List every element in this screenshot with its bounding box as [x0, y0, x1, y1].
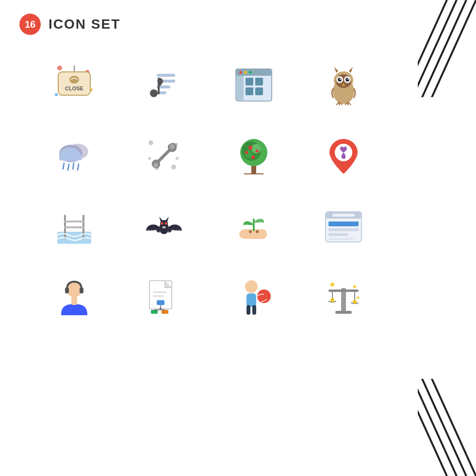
svg-point-88 — [164, 222, 167, 225]
svg-point-72 — [248, 146, 252, 150]
icon-swimming-pool — [29, 191, 119, 262]
svg-rect-98 — [328, 228, 359, 231]
svg-rect-27 — [246, 78, 253, 85]
svg-rect-90 — [164, 226, 165, 228]
svg-point-11 — [55, 93, 58, 96]
icon-rain-cloud — [29, 120, 119, 191]
svg-rect-91 — [253, 219, 255, 231]
icon-web-layout — [298, 191, 388, 262]
icon-justice-scale — [298, 262, 388, 333]
svg-point-73 — [256, 150, 259, 153]
svg-rect-113 — [162, 310, 168, 314]
svg-rect-117 — [246, 293, 256, 307]
svg-rect-97 — [328, 221, 359, 226]
svg-point-25 — [249, 71, 252, 74]
icon-bat — [119, 191, 209, 262]
svg-point-65 — [153, 163, 158, 168]
svg-point-116 — [245, 280, 258, 293]
svg-point-62 — [171, 165, 176, 170]
header: 16 ICON SET — [0, 0, 476, 45]
svg-rect-100 — [328, 238, 354, 240]
svg-rect-112 — [151, 310, 158, 314]
svg-rect-89 — [163, 226, 164, 228]
svg-rect-126 — [328, 289, 359, 292]
decoration-top-right — [418, 0, 476, 97]
svg-rect-107 — [153, 291, 166, 293]
svg-point-38 — [338, 78, 342, 82]
svg-point-74 — [251, 156, 255, 159]
svg-rect-99 — [328, 233, 348, 236]
svg-rect-96 — [332, 214, 355, 217]
svg-rect-82 — [64, 226, 84, 228]
icon-browser-grid — [209, 50, 298, 120]
svg-rect-102 — [65, 288, 69, 293]
icon-person-ball — [209, 262, 298, 333]
svg-rect-109 — [157, 300, 164, 305]
svg-rect-108 — [153, 295, 164, 297]
svg-line-55 — [63, 163, 64, 169]
svg-marker-86 — [165, 217, 169, 221]
svg-point-123 — [357, 296, 360, 299]
svg-point-129 — [330, 298, 334, 302]
svg-point-64 — [176, 157, 179, 160]
svg-marker-85 — [159, 217, 163, 221]
svg-point-63 — [148, 157, 151, 160]
svg-rect-81 — [64, 221, 84, 222]
svg-point-75 — [245, 151, 248, 154]
svg-rect-20 — [158, 78, 160, 94]
svg-rect-54 — [59, 156, 82, 160]
svg-rect-28 — [255, 78, 263, 85]
svg-rect-125 — [335, 311, 352, 314]
icon-headphones-person — [29, 262, 119, 333]
svg-rect-118 — [246, 305, 250, 315]
svg-point-121 — [330, 283, 334, 287]
icon-close-sign: CLOSE — [29, 50, 119, 120]
icon-tree — [209, 120, 298, 191]
svg-line-58 — [78, 164, 79, 170]
svg-rect-29 — [246, 87, 253, 95]
svg-marker-33 — [334, 67, 338, 73]
icon-music-note — [119, 50, 209, 120]
svg-rect-119 — [252, 305, 256, 315]
icon-document-flowchart — [119, 262, 209, 333]
icon-plant-hand — [209, 191, 298, 262]
svg-marker-34 — [349, 67, 353, 73]
svg-point-19 — [150, 89, 158, 97]
icons-grid: CLOSE — [0, 45, 417, 338]
svg-rect-103 — [80, 288, 83, 293]
svg-line-3 — [418, 0, 447, 97]
icon-wrench-tool — [119, 120, 209, 191]
svg-point-8 — [57, 66, 62, 70]
svg-line-7 — [418, 379, 447, 476]
svg-point-93 — [256, 230, 259, 233]
icon-owl — [298, 50, 388, 120]
svg-line-6 — [418, 379, 457, 476]
svg-point-66 — [170, 144, 175, 149]
svg-rect-15 — [157, 74, 175, 77]
page-title: ICON SET — [49, 17, 120, 32]
icon-location-pin — [298, 120, 388, 191]
svg-point-23 — [239, 71, 242, 74]
svg-rect-30 — [255, 87, 263, 95]
svg-point-40 — [340, 78, 341, 80]
svg-rect-26 — [236, 76, 244, 101]
decoration-bottom-right — [418, 379, 476, 476]
svg-point-24 — [244, 71, 247, 74]
svg-point-87 — [161, 222, 163, 225]
svg-line-2 — [418, 0, 457, 97]
svg-line-57 — [73, 163, 74, 169]
svg-rect-104 — [71, 296, 77, 305]
svg-point-41 — [347, 78, 349, 80]
svg-point-59 — [148, 140, 153, 145]
icon-count-badge: 16 — [19, 14, 41, 35]
svg-text:CLOSE: CLOSE — [65, 85, 83, 91]
svg-point-130 — [353, 300, 357, 304]
svg-line-56 — [68, 164, 69, 170]
svg-point-39 — [345, 78, 349, 82]
svg-point-122 — [353, 285, 356, 288]
svg-point-92 — [249, 230, 252, 233]
